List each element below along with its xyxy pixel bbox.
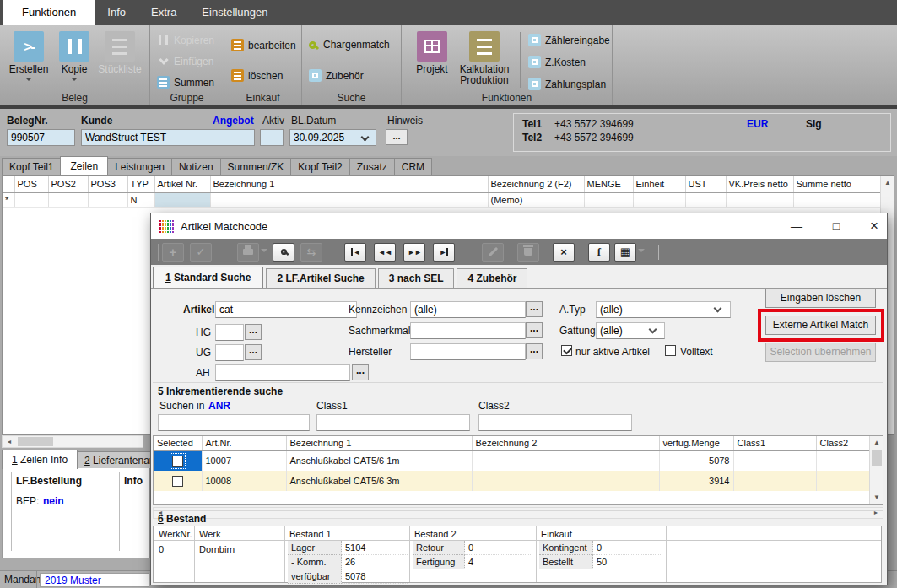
grid-view-button[interactable]: ▦	[614, 243, 636, 262]
row-checkbox[interactable]	[172, 476, 183, 487]
col-bez2[interactable]: Bezeichnung 2	[472, 436, 659, 450]
results-horizontal-scrollbar[interactable]: ◄ ►	[153, 507, 883, 519]
col-pos[interactable]: POS	[14, 176, 48, 192]
bez2-cell[interactable]	[472, 471, 659, 491]
tab-lf-artikel-suche[interactable]: 2 LF.Artikel Suche	[266, 268, 375, 288]
maximize-button[interactable]: □	[822, 213, 851, 239]
tab-summen-zk[interactable]: Summen/ZK	[220, 158, 292, 175]
class2-cell[interactable]	[816, 450, 869, 471]
summen-button[interactable]: Summen	[157, 76, 214, 89]
col-pos2[interactable]: POS2	[48, 176, 88, 192]
last-record-button[interactable]: ►	[433, 243, 455, 262]
ah-ellipsis-button[interactable]: ...	[352, 364, 369, 380]
tab-kopf-teil2[interactable]: Kopf Teil2	[290, 158, 349, 175]
artikel-input[interactable]	[215, 301, 357, 318]
close-button[interactable]: ×	[860, 213, 889, 239]
hg-input[interactable]	[215, 324, 244, 341]
menge-cell[interactable]: 3914	[659, 471, 733, 491]
col-bezeichnung1[interactable]: Bezeichnung 1	[210, 176, 488, 192]
loeschen-button[interactable]: löschen	[231, 69, 283, 82]
atyp-select[interactable]	[596, 301, 731, 318]
close-search-button[interactable]: ×	[553, 243, 575, 262]
col-einheit[interactable]: Einheit	[633, 176, 685, 192]
tab-kopf-teil1[interactable]: Kopf Teil1	[2, 158, 61, 175]
scroll-down-icon[interactable]: ▼	[870, 491, 883, 504]
menu-tab-info[interactable]: Info	[95, 0, 138, 25]
tab-leistungen[interactable]: Leistungen	[107, 158, 172, 175]
ug-input[interactable]	[215, 344, 244, 361]
col-verfueg-menge[interactable]: verfüg.Menge	[659, 436, 733, 450]
kopie-dropdown-icon[interactable]	[71, 78, 78, 84]
function-button[interactable]: f	[588, 243, 610, 262]
bearbeiten-button[interactable]: bearbeiten	[231, 39, 296, 51]
class1-cell[interactable]	[733, 471, 816, 491]
erstellen-dropdown-icon[interactable]	[25, 78, 32, 84]
externe-artikel-match-button[interactable]: Externe Artikel Match	[765, 316, 876, 335]
erstellen-button[interactable]: >- Erstellen	[5, 31, 52, 84]
scroll-right-icon[interactable]: ►	[869, 506, 883, 520]
kopie-button[interactable]: Kopie	[51, 31, 98, 84]
bez1-cell[interactable]: Anschlußkabel CAT5/6 1m	[286, 450, 472, 471]
artikel-nr-cell[interactable]	[154, 192, 210, 207]
kennzeichen-ellipsis-button[interactable]: ...	[526, 301, 543, 317]
row-checkbox[interactable]	[172, 456, 183, 467]
kalkulation-produktion-button[interactable]: Kalkulation Produktion	[454, 31, 515, 86]
artnr-cell[interactable]: 10008	[202, 471, 286, 491]
previous-record-button[interactable]: ◄◄	[374, 243, 396, 262]
col-artikel-nr[interactable]: Artikel Nr.	[154, 176, 210, 192]
col-class1[interactable]: Class1	[733, 436, 816, 450]
tab-zubehoer[interactable]: 4 Zubehör	[457, 268, 527, 288]
ah-input[interactable]	[215, 364, 350, 381]
col-bezeichnung2[interactable]: Bezeichnung 2 (F2)	[488, 176, 584, 192]
scrollbar-thumb[interactable]	[872, 450, 882, 466]
col-typ[interactable]: TYP	[127, 176, 154, 192]
eingaben-loeschen-button[interactable]: Eingaben löschen	[765, 289, 876, 308]
artnr-cell[interactable]: 10007	[202, 450, 286, 471]
selected-cell[interactable]	[154, 471, 202, 491]
positions-new-row[interactable]: * N (Memo)	[3, 192, 880, 207]
zkosten-button[interactable]: Z.Kosten	[528, 56, 586, 68]
menge-cell[interactable]: 5078	[659, 450, 733, 471]
col-bez1[interactable]: Bezeichnung 1	[286, 436, 472, 450]
col-vk-preis[interactable]: VK.Preis netto	[726, 176, 793, 192]
col-summe[interactable]: Summe netto	[793, 176, 880, 192]
scroll-up-icon[interactable]: ▲	[870, 436, 883, 450]
zaehlereingabe-button[interactable]: Zählereingabe	[528, 34, 610, 46]
scrollbar-thumb[interactable]	[18, 437, 53, 446]
col-selected[interactable]: Selected	[154, 436, 202, 450]
tab-lieferantenanfrage[interactable]: 2 Lieferantenanfra	[77, 451, 150, 469]
dialog-titlebar[interactable]: Artikel Matchcode — □ ×	[151, 213, 887, 239]
volltext-checkbox[interactable]	[665, 345, 676, 356]
bez2-cell[interactable]	[472, 450, 659, 471]
hersteller-ellipsis-button[interactable]: ...	[526, 343, 543, 359]
class2-input[interactable]	[478, 414, 632, 431]
scroll-left-icon[interactable]: ◄	[3, 435, 16, 449]
col-menge[interactable]: MENGE	[584, 176, 633, 192]
bez1-cell[interactable]: Anschlußkabel CAT5/6 3m	[286, 471, 472, 491]
tab-zeilen-info[interactable]: 1 Zeilen Info	[2, 450, 78, 469]
scroll-up-icon[interactable]: ▲	[881, 176, 894, 190]
col-ust[interactable]: UST	[685, 176, 726, 192]
class2-cell[interactable]	[816, 471, 869, 491]
hersteller-input[interactable]	[410, 343, 526, 360]
kunde-input[interactable]	[81, 129, 255, 146]
mandant-value[interactable]: 2019 Muster	[40, 573, 149, 587]
chargenmatch-button[interactable]: Chargenmatch	[309, 39, 390, 51]
suchen-in-input[interactable]	[158, 414, 310, 431]
result-row[interactable]: 10008 Anschlußkabel CAT5/6 3m 3914	[154, 471, 869, 491]
zahlungsplan-button[interactable]: Zahlungsplan	[528, 78, 606, 90]
tab-zusatz[interactable]: Zusatz	[349, 158, 395, 175]
col-class2[interactable]: Class2	[816, 436, 869, 450]
selected-cell[interactable]	[154, 450, 202, 471]
tab-standard-suche[interactable]: 1 Standard Suche	[153, 267, 263, 288]
projekt-button[interactable]: Projekt	[408, 31, 456, 75]
sachmerkmale-input[interactable]	[410, 322, 526, 339]
belegnr-input[interactable]	[7, 129, 75, 146]
tab-zeilen[interactable]: Zeilen	[60, 156, 108, 175]
zubehoer-button[interactable]: Zubehör	[309, 69, 364, 82]
positions-horizontal-scrollbar[interactable]: ◄	[2, 435, 143, 448]
aktiv-input[interactable]	[260, 129, 284, 146]
hinweis-ellipsis-button[interactable]: ...	[386, 129, 408, 145]
tab-nach-sel[interactable]: 3 nach SEL	[378, 268, 455, 288]
menu-tab-einstellungen[interactable]: Einstellungen	[189, 0, 280, 25]
